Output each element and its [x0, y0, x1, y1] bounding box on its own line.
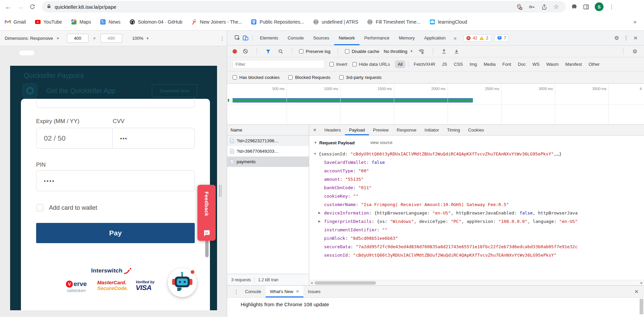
password-key-icon[interactable] — [529, 4, 535, 10]
request-row-id-396770649203[interactable]: ?id=396770649203… — [227, 146, 309, 156]
bookmark-solomon-04-github[interactable]: Solomon-04 · GitHub — [129, 19, 183, 25]
bookmark-star-icon[interactable]: ☆ — [554, 4, 559, 10]
filter-input[interactable] — [233, 60, 324, 68]
drawer-tab-issues[interactable]: Issues — [303, 286, 325, 297]
bookmark-new-joiners-the[interactable]: New Joiners - The... — [191, 19, 242, 25]
disclosure-triangle-icon[interactable]: ▶ — [318, 217, 321, 226]
devtools-close-icon[interactable]: ✕ — [631, 35, 640, 41]
hide-data-urls-checkbox[interactable]: Hide data URLs — [352, 62, 390, 67]
feedback-tab[interactable]: Feedback — [197, 185, 216, 241]
url-text[interactable]: quickteller.k8.isw.la/pr/pape — [55, 4, 516, 10]
pane-resize-handle[interactable] — [219, 185, 220, 197]
filter-chip-img[interactable]: Img — [467, 60, 480, 68]
tab-application[interactable]: Application — [420, 31, 451, 45]
tab-cookies[interactable]: Cookies — [464, 125, 488, 135]
tab-initiator[interactable]: Initiator — [421, 125, 443, 135]
import-har-icon[interactable] — [440, 47, 448, 55]
bookmark-undefined-atrs[interactable]: undefined | ATRS — [313, 19, 358, 25]
network-overview-timeline[interactable]: 500 ms1000 ms1500 ms2000 ms2500 ms3000 m… — [227, 84, 644, 125]
invert-checkbox[interactable]: Invert — [329, 62, 347, 67]
tab-network[interactable]: Network — [334, 31, 360, 45]
close-tab-icon[interactable]: ✕ — [296, 289, 299, 294]
bookmark-gmail[interactable]: Gmail — [5, 19, 26, 25]
view-source-link[interactable]: view source — [370, 140, 393, 145]
devtools-menu-icon[interactable]: ⋮ — [622, 35, 630, 41]
disclosure-triangle-icon[interactable]: ▼ — [314, 150, 317, 158]
disclosure-triangle-icon[interactable]: ▶ — [318, 209, 321, 217]
filter-chip-css[interactable]: CSS — [451, 60, 466, 68]
truncated-field[interactable] — [36, 98, 195, 108]
bookmark-public-repositories[interactable]: Public Repositories... — [251, 19, 304, 25]
address-bar[interactable]: quickteller.k8.isw.la/pr/pape ☆ — [42, 1, 566, 12]
payload-line-fingerprintDetails[interactable]: ▶fingerprintDetails: {os: "Windows", dev… — [309, 217, 644, 226]
filter-chip-fetch-xhr[interactable]: Fetch/XHR — [411, 60, 438, 68]
drawer-close-icon[interactable]: ✕ — [634, 289, 639, 295]
name-column-header[interactable]: Name — [227, 125, 309, 136]
tab-response[interactable]: Response — [393, 125, 421, 135]
devtools-settings-icon[interactable]: ⚙ — [612, 35, 621, 41]
payload-root-line[interactable]: ▼{sessionId: "cBdyU9ttQ66t3yRDUxIAClVMdt… — [309, 150, 644, 158]
throttling-dropdown[interactable]: No throttling ▼ — [384, 49, 413, 54]
expiry-input[interactable] — [36, 128, 113, 149]
extensions-puzzle-icon[interactable] — [571, 4, 578, 10]
tab-memory[interactable]: Memory — [394, 31, 420, 45]
viewport-width-input[interactable] — [67, 34, 88, 43]
filter-chip-all[interactable]: All — [395, 60, 405, 68]
zoom-dropdown[interactable]: 100% ▼ — [132, 36, 149, 41]
tab-performance[interactable]: Performance — [359, 31, 394, 45]
filter-chip-media[interactable]: Media — [481, 60, 498, 68]
more-tabs-icon[interactable]: » — [450, 35, 460, 41]
network-settings-icon[interactable]: ⚙ — [630, 48, 639, 55]
issues-badge[interactable]: 42 2 — [463, 34, 491, 42]
disclosure-triangle-icon[interactable]: ▼ — [314, 141, 317, 144]
drawer-menu-icon[interactable]: ⋮ — [232, 289, 241, 295]
device-toolbar-menu-icon[interactable]: ⋮ — [220, 35, 225, 41]
close-detail-icon[interactable]: ✕ — [309, 127, 320, 133]
tab-preview[interactable]: Preview — [369, 125, 393, 135]
checkbox-has-blocked-cookies[interactable]: Has blocked cookies — [233, 75, 279, 80]
request-row-id-229623271396[interactable]: ?id=229623271396… — [227, 136, 309, 146]
share-icon[interactable] — [541, 4, 547, 10]
tab-elements[interactable]: Elements — [255, 31, 283, 45]
filter-chip-manifest[interactable]: Manifest — [563, 60, 585, 68]
dimensions-dropdown[interactable]: Dimensions: Responsive — [5, 36, 53, 41]
forward-icon[interactable]: → — [15, 2, 25, 12]
browser-menu-icon[interactable]: ⋮ — [609, 4, 614, 10]
bookmark-youtube[interactable]: YouTube — [35, 19, 62, 25]
filter-chip-doc[interactable]: Doc — [515, 60, 528, 68]
location-blocked-icon[interactable] — [516, 4, 522, 10]
drawer-tab-console[interactable]: Console — [241, 286, 266, 297]
tab-console[interactable]: Console — [283, 31, 308, 45]
tab-timing[interactable]: Timing — [443, 125, 464, 135]
bookmarks-overflow-icon[interactable]: » — [634, 19, 637, 25]
tab-payload[interactable]: Payload — [345, 125, 369, 135]
drawer-scrollbar-thumb[interactable] — [640, 299, 643, 314]
horizontal-scrollbar-thumb[interactable] — [19, 51, 34, 55]
bookmark-maps[interactable]: Maps — [71, 19, 91, 25]
bookmark-learningcloud[interactable]: learningCloud — [429, 19, 467, 25]
network-conditions-icon[interactable] — [418, 47, 426, 55]
device-toolbar-toggle-icon[interactable] — [241, 34, 249, 42]
profile-avatar[interactable]: S — [595, 2, 603, 11]
preserve-log-checkbox[interactable]: Preserve log — [299, 49, 330, 54]
drawer-tab-what-s-new[interactable]: What's New✕ — [266, 286, 303, 297]
request-row-payments[interactable]: payments — [227, 156, 309, 167]
record-network-log-icon[interactable] — [233, 49, 237, 54]
download-now-button[interactable]: Download Now — [152, 84, 197, 97]
chatbot-button[interactable] — [168, 268, 197, 297]
messages-badge[interactable]: 7 — [494, 34, 509, 42]
filter-chip-font[interactable]: Font — [500, 60, 514, 68]
side-panel-icon[interactable] — [583, 4, 589, 10]
pane-resize-handle[interactable] — [221, 185, 221, 197]
cvv-input[interactable] — [113, 128, 195, 149]
pin-input[interactable] — [36, 170, 195, 191]
viewport-height-input[interactable] — [101, 34, 122, 43]
checkbox-3rd-party-requests[interactable]: 3rd-party requests — [339, 75, 382, 80]
filter-icon[interactable] — [264, 47, 272, 55]
filter-chip-ws[interactable]: WS — [530, 60, 542, 68]
modal-scrollbar-thumb[interactable] — [205, 240, 209, 257]
payload-line-deviceInformation[interactable]: ▶deviceInformation: {httpBrowserLanguage… — [309, 209, 644, 217]
filter-chip-other[interactable]: Other — [586, 60, 602, 68]
scroll-left-icon[interactable]: ◄ — [309, 281, 314, 285]
payload-horizontal-scrollbar[interactable]: ◄ ► — [309, 280, 644, 285]
